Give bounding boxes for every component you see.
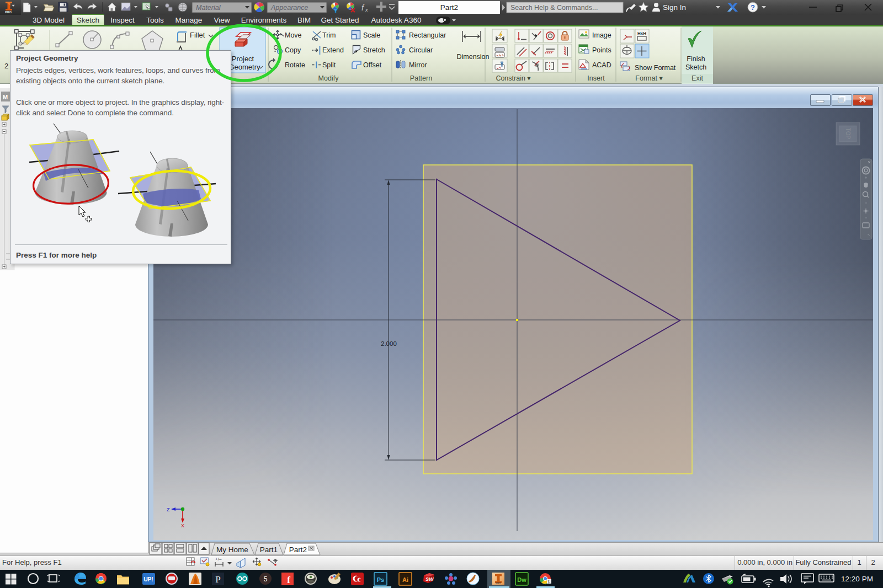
svg-text:Scale: Scale [363, 31, 380, 39]
svg-text:f: f [287, 575, 290, 585]
svg-text:Points: Points [592, 46, 611, 54]
svg-text:Image: Image [592, 31, 611, 39]
svg-text:f: f [361, 3, 365, 12]
svg-text:Dw: Dw [517, 576, 526, 583]
svg-text:TOP: TOP [845, 128, 851, 140]
svg-text:5: 5 [264, 575, 268, 583]
svg-text:Move: Move [285, 31, 302, 39]
svg-text:Split: Split [322, 61, 336, 69]
svg-text:SW: SW [425, 576, 434, 582]
svg-text:x: x [365, 7, 368, 13]
svg-text:Sketch: Sketch [685, 63, 706, 71]
svg-text:Dimension: Dimension [456, 53, 489, 61]
svg-text:PRO: PRO [496, 582, 501, 585]
svg-text:Ps: Ps [377, 576, 384, 583]
svg-text:Sign In: Sign In [663, 3, 686, 12]
svg-text:Z: Z [167, 507, 170, 512]
svg-text:UP!: UP! [143, 576, 153, 582]
svg-text:M: M [3, 94, 8, 100]
svg-text:Extend: Extend [322, 46, 344, 54]
svg-text:Part1: Part1 [260, 546, 278, 554]
svg-text:Fillet: Fillet [190, 31, 205, 39]
svg-text:My Home: My Home [216, 546, 248, 554]
svg-text:Part2: Part2 [289, 546, 307, 554]
svg-text:Ai: Ai [402, 576, 408, 583]
svg-text:2.000: 2.000 [381, 340, 397, 347]
svg-text:Finish: Finish [687, 55, 705, 63]
svg-text:Show Format: Show Format [635, 64, 676, 72]
svg-text:Material: Material [196, 4, 221, 12]
svg-text:HxH: HxH [637, 31, 646, 36]
svg-text:?: ? [751, 3, 755, 12]
svg-text:Rotate: Rotate [285, 61, 305, 69]
svg-text:PRO: PRO [5, 10, 12, 14]
svg-text:Circular: Circular [409, 46, 433, 54]
svg-text:ACAD: ACAD [592, 61, 611, 69]
svg-text:+/–: +/– [215, 557, 222, 562]
svg-text:Search Help & Commands...: Search Help & Commands... [510, 4, 598, 12]
svg-text:Appearance: Appearance [270, 4, 308, 12]
svg-text:Copy: Copy [285, 46, 301, 54]
svg-text:Part2: Part2 [440, 3, 458, 12]
svg-text:Stretch: Stretch [363, 46, 385, 54]
svg-text:Mirror: Mirror [409, 61, 427, 69]
svg-text:12:20 PM: 12:20 PM [841, 575, 873, 583]
svg-text:Trim: Trim [322, 31, 336, 39]
svg-text:Rectangular: Rectangular [409, 31, 446, 39]
svg-text:P: P [215, 574, 220, 585]
svg-text:Offset: Offset [363, 61, 382, 69]
svg-text:X: X [181, 523, 184, 528]
